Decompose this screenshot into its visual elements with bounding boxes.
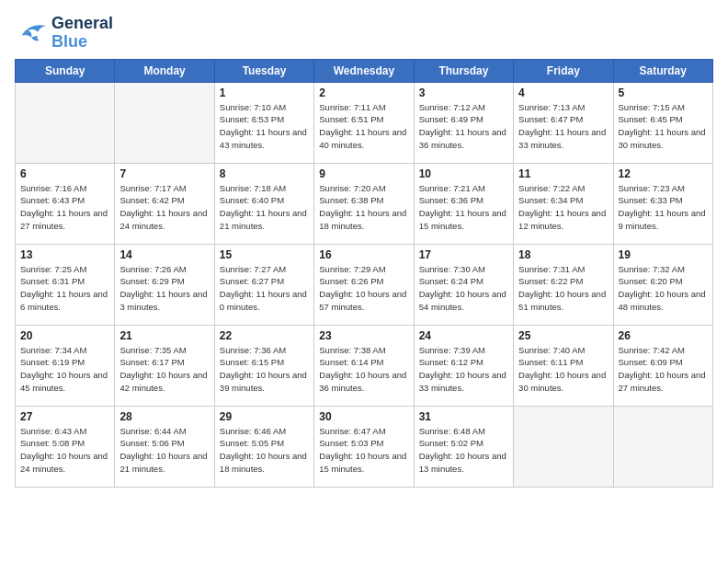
day-info: Sunrise: 6:46 AMSunset: 5:05 PMDaylight:… [220,425,309,476]
day-number: 27 [20,410,109,423]
calendar-cell: 12Sunrise: 7:23 AMSunset: 6:33 PMDayligh… [613,163,712,244]
day-info: Sunrise: 7:29 AMSunset: 6:26 PMDaylight:… [319,263,408,314]
day-info: Sunrise: 7:26 AMSunset: 6:29 PMDaylight:… [119,263,209,314]
calendar-cell: 26Sunrise: 7:42 AMSunset: 6:09 PMDayligh… [613,325,712,406]
calendar-cell [16,82,115,163]
day-info: Sunrise: 7:22 AMSunset: 6:34 PMDaylight:… [518,182,608,233]
day-info: Sunrise: 6:43 AMSunset: 5:08 PMDaylight:… [20,425,109,476]
day-info: Sunrise: 7:38 AMSunset: 6:14 PMDaylight:… [319,344,408,395]
day-number: 22 [220,329,309,342]
day-number: 18 [518,248,608,261]
day-info: Sunrise: 7:13 AMSunset: 6:47 PMDaylight:… [518,101,608,152]
day-number: 3 [419,86,508,99]
calendar-table: SundayMondayTuesdayWednesdayThursdayFrid… [15,59,713,488]
calendar-cell: 7Sunrise: 7:17 AMSunset: 6:42 PMDaylight… [115,163,214,244]
day-info: Sunrise: 7:15 AMSunset: 6:45 PMDaylight:… [619,101,708,152]
calendar-cell: 4Sunrise: 7:13 AMSunset: 6:47 PMDaylight… [514,82,613,163]
day-info: Sunrise: 7:12 AMSunset: 6:49 PMDaylight:… [419,101,508,152]
calendar-cell [613,406,712,487]
day-number: 21 [119,329,209,342]
day-info: Sunrise: 7:39 AMSunset: 6:12 PMDaylight:… [419,344,508,395]
day-info: Sunrise: 7:25 AMSunset: 6:31 PMDaylight:… [20,263,109,314]
calendar-cell: 3Sunrise: 7:12 AMSunset: 6:49 PMDaylight… [414,82,513,163]
calendar-cell: 9Sunrise: 7:20 AMSunset: 6:38 PMDaylight… [314,163,414,244]
day-info: Sunrise: 7:42 AMSunset: 6:09 PMDaylight:… [619,344,708,395]
calendar-cell [514,406,613,487]
day-number: 11 [518,167,608,180]
day-info: Sunrise: 7:27 AMSunset: 6:27 PMDaylight:… [220,263,309,314]
day-number: 16 [319,248,408,261]
day-info: Sunrise: 7:30 AMSunset: 6:24 PMDaylight:… [419,263,508,314]
day-number: 14 [119,248,209,261]
day-info: Sunrise: 7:32 AMSunset: 6:20 PMDaylight:… [619,263,708,314]
day-number: 29 [220,410,309,423]
day-info: Sunrise: 6:47 AMSunset: 5:03 PMDaylight:… [319,425,408,476]
calendar-cell: 13Sunrise: 7:25 AMSunset: 6:31 PMDayligh… [16,244,115,325]
calendar-week-row: 13Sunrise: 7:25 AMSunset: 6:31 PMDayligh… [16,244,713,325]
calendar-week-row: 20Sunrise: 7:34 AMSunset: 6:19 PMDayligh… [16,325,713,406]
day-info: Sunrise: 7:34 AMSunset: 6:19 PMDaylight:… [20,344,109,395]
day-info: Sunrise: 6:44 AMSunset: 5:06 PMDaylight:… [119,425,209,476]
day-info: Sunrise: 7:23 AMSunset: 6:33 PMDaylight:… [619,182,708,233]
calendar-week-row: 6Sunrise: 7:16 AMSunset: 6:43 PMDaylight… [16,163,713,244]
day-number: 24 [419,329,508,342]
day-info: Sunrise: 7:36 AMSunset: 6:15 PMDaylight:… [220,344,309,395]
weekday-header: Tuesday [214,59,313,82]
calendar-cell [115,82,214,163]
day-number: 10 [419,167,508,180]
calendar-cell: 1Sunrise: 7:10 AMSunset: 6:53 PMDaylight… [214,82,313,163]
day-number: 25 [518,329,608,342]
calendar-cell: 11Sunrise: 7:22 AMSunset: 6:34 PMDayligh… [514,163,613,244]
calendar-cell: 19Sunrise: 7:32 AMSunset: 6:20 PMDayligh… [613,244,712,325]
day-number: 2 [319,86,408,99]
calendar-cell: 22Sunrise: 7:36 AMSunset: 6:15 PMDayligh… [214,325,313,406]
day-number: 15 [220,248,309,261]
calendar-cell: 15Sunrise: 7:27 AMSunset: 6:27 PMDayligh… [214,244,313,325]
day-number: 30 [319,410,408,423]
calendar-cell: 30Sunrise: 6:47 AMSunset: 5:03 PMDayligh… [314,406,414,487]
calendar-cell: 17Sunrise: 7:30 AMSunset: 6:24 PMDayligh… [414,244,513,325]
calendar-cell: 27Sunrise: 6:43 AMSunset: 5:08 PMDayligh… [16,406,115,487]
weekday-header: Saturday [613,59,712,82]
calendar-cell: 31Sunrise: 6:48 AMSunset: 5:02 PMDayligh… [414,406,513,487]
calendar-cell: 5Sunrise: 7:15 AMSunset: 6:45 PMDaylight… [613,82,712,163]
calendar-cell: 8Sunrise: 7:18 AMSunset: 6:40 PMDaylight… [214,163,313,244]
calendar-cell: 23Sunrise: 7:38 AMSunset: 6:14 PMDayligh… [314,325,414,406]
day-number: 20 [20,329,109,342]
calendar-cell: 10Sunrise: 7:21 AMSunset: 6:36 PMDayligh… [414,163,513,244]
calendar-week-row: 1Sunrise: 7:10 AMSunset: 6:53 PMDaylight… [16,82,713,163]
day-number: 31 [419,410,508,423]
day-number: 4 [518,86,608,99]
calendar-cell: 16Sunrise: 7:29 AMSunset: 6:26 PMDayligh… [314,244,414,325]
weekday-header: Thursday [414,59,513,82]
day-number: 12 [619,167,708,180]
logo: General Blue [15,15,113,52]
logo-icon [15,19,48,47]
calendar-cell: 24Sunrise: 7:39 AMSunset: 6:12 PMDayligh… [414,325,513,406]
day-info: Sunrise: 7:20 AMSunset: 6:38 PMDaylight:… [319,182,408,233]
weekday-header: Monday [115,59,214,82]
day-info: Sunrise: 7:31 AMSunset: 6:22 PMDaylight:… [518,263,608,314]
day-number: 1 [220,86,309,99]
day-number: 5 [619,86,708,99]
calendar-cell: 20Sunrise: 7:34 AMSunset: 6:19 PMDayligh… [16,325,115,406]
day-number: 7 [119,167,209,180]
calendar-cell: 14Sunrise: 7:26 AMSunset: 6:29 PMDayligh… [115,244,214,325]
day-number: 26 [619,329,708,342]
day-info: Sunrise: 7:17 AMSunset: 6:42 PMDaylight:… [119,182,209,233]
day-number: 17 [419,248,508,261]
logo-text: General Blue [51,15,113,52]
page-header: General Blue [15,15,713,52]
calendar-cell: 29Sunrise: 6:46 AMSunset: 5:05 PMDayligh… [214,406,313,487]
weekday-header: Friday [514,59,613,82]
weekday-header: Sunday [16,59,115,82]
calendar-cell: 18Sunrise: 7:31 AMSunset: 6:22 PMDayligh… [514,244,613,325]
day-info: Sunrise: 7:35 AMSunset: 6:17 PMDaylight:… [119,344,209,395]
calendar-week-row: 27Sunrise: 6:43 AMSunset: 5:08 PMDayligh… [16,406,713,487]
day-info: Sunrise: 7:10 AMSunset: 6:53 PMDaylight:… [220,101,309,152]
calendar-cell: 28Sunrise: 6:44 AMSunset: 5:06 PMDayligh… [115,406,214,487]
weekday-header: Wednesday [314,59,414,82]
day-info: Sunrise: 7:21 AMSunset: 6:36 PMDaylight:… [419,182,508,233]
day-number: 28 [119,410,209,423]
day-info: Sunrise: 7:16 AMSunset: 6:43 PMDaylight:… [20,182,109,233]
